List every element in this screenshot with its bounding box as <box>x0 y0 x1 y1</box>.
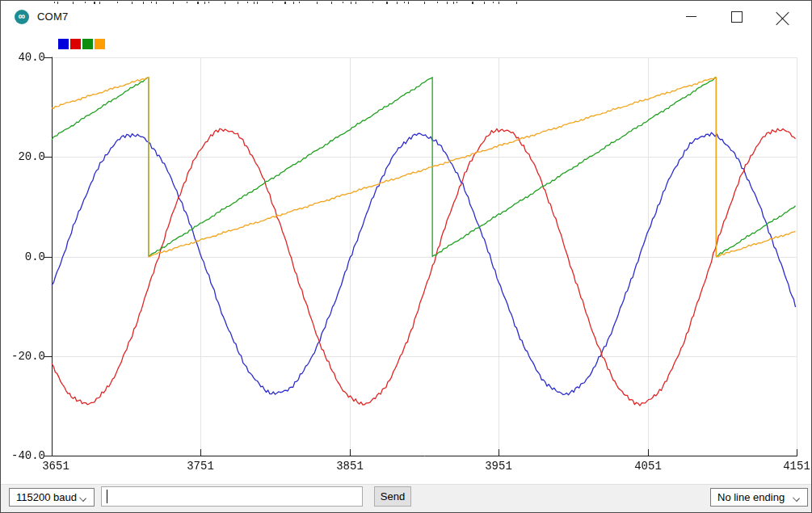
send-button[interactable]: Send <box>374 486 411 507</box>
legend-swatch-series1 <box>58 39 69 49</box>
bottom-bar: 115200 baud Send No line ending <box>1 484 811 513</box>
arduino-icon: ∞ <box>15 10 29 24</box>
y-axis-label: 0.0 <box>5 250 45 263</box>
legend-swatch-series2 <box>70 39 81 49</box>
chevron-down-icon <box>80 495 86 502</box>
legend <box>58 39 105 49</box>
close-icon <box>776 11 789 23</box>
x-axis-label: 3651 <box>27 460 84 473</box>
titlebar[interactable]: ∞ COM7 <box>1 4 811 33</box>
minimize-icon <box>686 16 696 17</box>
maximize-icon <box>731 11 743 23</box>
text-caret <box>107 490 107 503</box>
y-axis-label: -20.0 <box>5 350 45 363</box>
line-ending-value: No line ending <box>717 491 785 503</box>
baud-rate-select[interactable]: 115200 baud <box>9 488 95 507</box>
close-button[interactable] <box>765 4 802 30</box>
maximize-button[interactable] <box>719 4 756 30</box>
y-axis-label: 20.0 <box>5 150 45 163</box>
minimize-button[interactable] <box>673 4 710 30</box>
y-axis-label: 40.0 <box>5 51 45 64</box>
line-ending-select[interactable]: No line ending <box>710 488 808 507</box>
window-title: COM7 <box>37 11 68 23</box>
x-axis-label: 4051 <box>620 460 676 473</box>
serial-message-input[interactable] <box>101 486 363 507</box>
legend-swatch-series4 <box>95 39 105 49</box>
chevron-down-icon <box>793 495 800 502</box>
x-axis-label: 3851 <box>322 460 378 473</box>
baud-rate-value: 115200 baud <box>16 491 77 503</box>
legend-swatch-series3 <box>82 39 93 49</box>
x-axis-label: 4151 <box>768 460 812 473</box>
x-axis-label: 3751 <box>172 460 229 473</box>
x-axis-label: 3951 <box>470 460 527 473</box>
serial-plotter-window: ∞ COM7 40.0 20.0 0.0 -20.0 -40.0 3651 37… <box>0 0 812 513</box>
plot-canvas <box>1 1 812 484</box>
